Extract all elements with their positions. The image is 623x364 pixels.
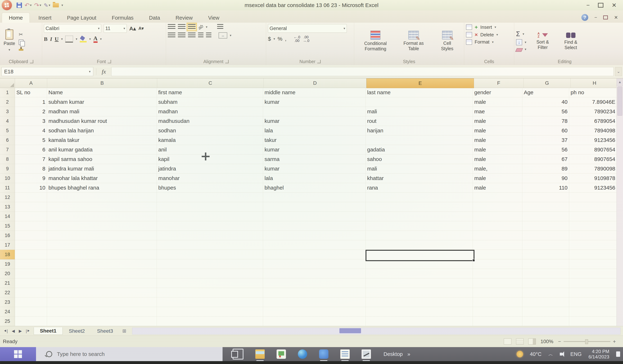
cell-A15[interactable] <box>15 221 47 231</box>
cell-E16[interactable] <box>366 231 473 240</box>
cell-H25[interactable] <box>569 317 617 326</box>
cell-E11[interactable]: rana <box>366 183 473 193</box>
cell-E7[interactable]: gadatia <box>366 145 473 155</box>
delete-cells-button[interactable]: ×Delete▾ <box>466 32 498 38</box>
weather-temperature[interactable]: 40°C <box>530 351 542 357</box>
normal-view-button[interactable] <box>504 339 511 344</box>
cell-B17[interactable] <box>47 240 157 250</box>
cell-G6[interactable]: 37 <box>522 135 569 145</box>
cell-A18[interactable] <box>15 250 47 259</box>
row-header-19[interactable]: 19 <box>0 259 15 269</box>
row-header-20[interactable]: 20 <box>0 269 15 278</box>
next-sheet-button[interactable]: ▶ <box>19 329 22 333</box>
cell-G8[interactable]: 67 <box>522 155 569 164</box>
cell-B25[interactable] <box>47 317 157 326</box>
insert-worksheet-button[interactable]: ⊞ <box>119 328 130 334</box>
file-explorer-icon[interactable] <box>255 349 265 359</box>
cell-D20[interactable] <box>263 269 366 278</box>
cell-G2[interactable]: 40 <box>522 97 569 107</box>
cell-F18[interactable] <box>473 250 522 259</box>
cell-A17[interactable] <box>15 240 47 250</box>
wrap-text-button[interactable] <box>217 24 223 30</box>
grow-font-button[interactable]: A▴ <box>129 25 136 32</box>
minimize-button[interactable]: − <box>586 2 590 9</box>
underline-dropdown[interactable]: ▾ <box>61 37 63 41</box>
weather-sun-icon[interactable] <box>517 351 523 357</box>
cell-B16[interactable] <box>47 231 157 240</box>
cell-H3[interactable]: 7890234 <box>569 107 617 116</box>
blue-app-icon[interactable] <box>319 349 328 359</box>
page-break-view-button[interactable] <box>528 339 536 344</box>
cell-H5[interactable]: 7894098 <box>569 126 617 135</box>
row-header-4[interactable]: 4 <box>0 116 15 126</box>
cell-B10[interactable]: manohar lala khattar <box>47 174 157 183</box>
cell-G24[interactable] <box>522 307 569 317</box>
column-header-D[interactable]: D <box>264 79 366 88</box>
cell-F23[interactable] <box>473 298 522 307</box>
cell-B22[interactable] <box>47 288 157 298</box>
accounting-dropdown[interactable]: ▾ <box>273 37 275 41</box>
conditional-formatting-button[interactable]: Conditional Formatting <box>360 30 391 52</box>
cell-D8[interactable]: sarma <box>263 155 366 164</box>
alignment-dialog-launcher[interactable] <box>225 60 229 63</box>
cell-B23[interactable] <box>47 298 157 307</box>
fill-color-button[interactable] <box>80 37 87 41</box>
top-align-button[interactable] <box>168 24 175 30</box>
column-header-E[interactable]: E <box>366 79 474 88</box>
cell-D19[interactable] <box>263 259 366 269</box>
cell-F14[interactable] <box>473 212 522 221</box>
cell-E14[interactable] <box>366 212 473 221</box>
tab-review[interactable]: Review <box>169 13 200 23</box>
cell-D13[interactable] <box>263 202 366 212</box>
italic-button[interactable]: I <box>50 36 52 42</box>
cell-H15[interactable] <box>569 221 617 231</box>
fx-button[interactable]: fx <box>96 68 111 75</box>
notification-center-button[interactable] <box>616 351 620 357</box>
font-size-combo[interactable]: 11▾ <box>104 24 127 33</box>
cell-E3[interactable]: mali <box>366 107 473 116</box>
taskbar-search[interactable]: Type here to search <box>36 351 222 357</box>
zoom-slider-thumb[interactable] <box>585 339 588 344</box>
cell-C15[interactable] <box>157 221 263 231</box>
cell-E1[interactable]: last name <box>366 88 473 97</box>
row-header-8[interactable]: 8 <box>0 155 15 164</box>
cell-D14[interactable] <box>263 212 366 221</box>
tab-data[interactable]: Data <box>142 13 167 23</box>
cell-E12[interactable] <box>366 193 473 202</box>
cell-C5[interactable]: sodhan <box>157 126 263 135</box>
cell-G21[interactable] <box>522 278 569 288</box>
cell-E6[interactable] <box>366 135 473 145</box>
cell-C20[interactable] <box>157 269 263 278</box>
row-header-15[interactable]: 15 <box>0 221 15 231</box>
cell-G7[interactable]: 56 <box>522 145 569 155</box>
orientation-button[interactable]: ab <box>197 23 204 31</box>
page-layout-view-button[interactable] <box>516 339 524 344</box>
cell-D15[interactable] <box>263 221 366 231</box>
cell-A24[interactable] <box>15 307 47 317</box>
column-header-A[interactable]: A <box>15 79 47 88</box>
cell-F11[interactable]: male <box>473 183 522 193</box>
cell-C13[interactable] <box>157 202 263 212</box>
cell-A6[interactable]: 5 <box>15 135 47 145</box>
row-header-23[interactable]: 23 <box>0 298 15 307</box>
column-header-G[interactable]: G <box>524 79 571 88</box>
cell-A5[interactable]: 4 <box>15 126 47 135</box>
cell-F25[interactable] <box>473 317 522 326</box>
cell-G3[interactable]: 56 <box>522 107 569 116</box>
decrease-decimal-button[interactable]: .00→.0 <box>303 35 309 42</box>
cell-C9[interactable]: jatindra <box>157 164 263 174</box>
cell-H17[interactable] <box>569 240 617 250</box>
cell-B1[interactable]: Name <box>47 88 157 97</box>
cell-D23[interactable] <box>263 298 366 307</box>
cell-G4[interactable]: 78 <box>522 116 569 126</box>
cell-B9[interactable]: jatindra kumar mali <box>47 164 157 174</box>
taskbar-clock[interactable]: 4:20 PM 6/14/2023 <box>588 349 609 360</box>
cell-E15[interactable] <box>366 221 473 231</box>
cell-D10[interactable]: lala <box>263 174 366 183</box>
horizontal-scrollbar[interactable] <box>132 328 621 335</box>
column-header-C[interactable]: C <box>157 79 264 88</box>
cell-B5[interactable]: sodhan lala harijan <box>47 126 157 135</box>
cell-B4[interactable]: madhusudan kumar rout <box>47 116 157 126</box>
accounting-format-button[interactable]: $ <box>268 36 271 42</box>
horizontal-scroll-thumb[interactable] <box>339 328 361 333</box>
